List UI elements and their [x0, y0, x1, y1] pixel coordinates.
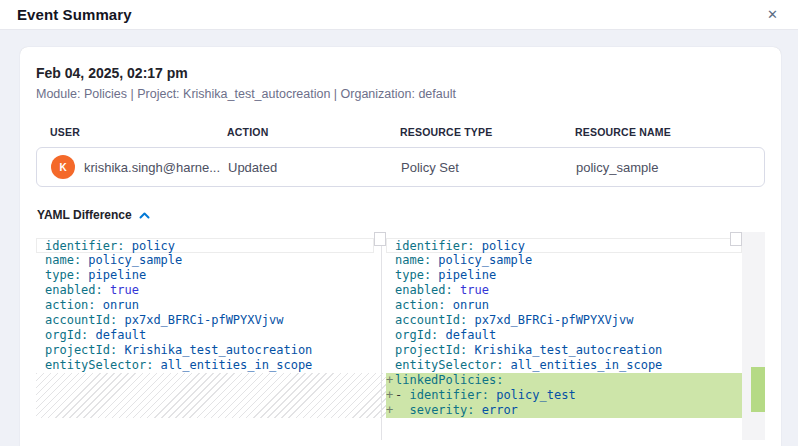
- left-scrollbar[interactable]: [374, 232, 386, 246]
- code-line: accountId: px7xd_BFRCi-pfWPYXVjvw: [36, 313, 374, 328]
- code-line: entitySelector: all_entities_in_scope: [386, 358, 742, 373]
- code-line: name: policy_sample: [386, 253, 742, 268]
- column-header-resource-type: RESOURCE TYPE: [400, 126, 575, 138]
- resource-name-value: policy_sample: [576, 160, 750, 175]
- code-line: projectId: Krishika_test_autocreation: [386, 343, 742, 358]
- modal-header: Event Summary ✕: [0, 0, 798, 30]
- code-line: entitySelector: all_entities_in_scope: [36, 358, 374, 373]
- code-line: type: pipeline: [386, 268, 742, 283]
- avatar: K: [51, 155, 75, 179]
- user-email: krishika.singh@harne...: [84, 160, 220, 175]
- action-value: Updated: [228, 160, 401, 175]
- event-timestamp: Feb 04, 2025, 02:17 pm: [36, 65, 765, 81]
- column-header-action: ACTION: [227, 126, 400, 138]
- code-line: projectId: Krishika_test_autocreation: [36, 343, 374, 358]
- user-cell: K krishika.singh@harne...: [51, 155, 228, 179]
- right-scrollbar[interactable]: [730, 232, 742, 246]
- event-card: Feb 04, 2025, 02:17 pm Module: Policies …: [20, 47, 781, 446]
- diff-pane-modified[interactable]: identifier: policyname: policy_sampletyp…: [386, 232, 742, 440]
- code-line-added: + severity: error: [386, 403, 742, 418]
- code-line: type: pipeline: [36, 268, 374, 283]
- yaml-difference-toggle[interactable]: YAML Difference: [37, 208, 765, 222]
- code-line: action: onrun: [386, 298, 742, 313]
- column-header-user: USER: [50, 126, 227, 138]
- code-line: identifier: policy: [36, 238, 374, 253]
- yaml-difference-label: YAML Difference: [37, 208, 132, 222]
- code-line: accountId: px7xd_BFRCi-pfWPYXVjvw: [386, 313, 742, 328]
- diff-plus-sign: +: [386, 373, 395, 388]
- table-row: K krishika.singh@harne... Updated Policy…: [36, 147, 765, 187]
- diff-overview-ruler[interactable]: [742, 232, 765, 440]
- resource-type-value: Policy Set: [401, 160, 576, 175]
- code-line-added: +- identifier: policy_test: [386, 388, 742, 403]
- code-line: action: onrun: [36, 298, 374, 313]
- page-title: Event Summary: [17, 6, 132, 23]
- diff-plus-sign: +: [386, 388, 395, 403]
- code-line: enabled: true: [36, 283, 374, 298]
- yaml-diff-editor: identifier: policyname: policy_sampletyp…: [36, 232, 765, 440]
- added-lines-marker: [751, 367, 765, 412]
- event-meta: Module: Policies | Project: Krishika_tes…: [36, 87, 765, 101]
- code-line: identifier: policy: [386, 238, 742, 253]
- column-header-resource-name: RESOURCE NAME: [575, 126, 765, 138]
- audit-table-header: USER ACTION RESOURCE TYPE RESOURCE NAME: [50, 126, 765, 138]
- code-line: orgId: default: [386, 328, 742, 343]
- code-line-added: +linkedPolicies:: [386, 373, 742, 388]
- diff-pane-divider[interactable]: [381, 232, 382, 440]
- code-line: name: policy_sample: [36, 253, 374, 268]
- chevron-up-icon[interactable]: [139, 212, 150, 219]
- diff-empty-hatch: [36, 373, 386, 418]
- code-line: orgId: default: [36, 328, 374, 343]
- diff-plus-sign: +: [386, 403, 395, 418]
- diff-pane-original[interactable]: identifier: policyname: policy_sampletyp…: [36, 232, 374, 440]
- code-line: enabled: true: [386, 283, 742, 298]
- modal-body: Feb 04, 2025, 02:17 pm Module: Policies …: [0, 30, 798, 446]
- close-icon[interactable]: ✕: [765, 6, 780, 23]
